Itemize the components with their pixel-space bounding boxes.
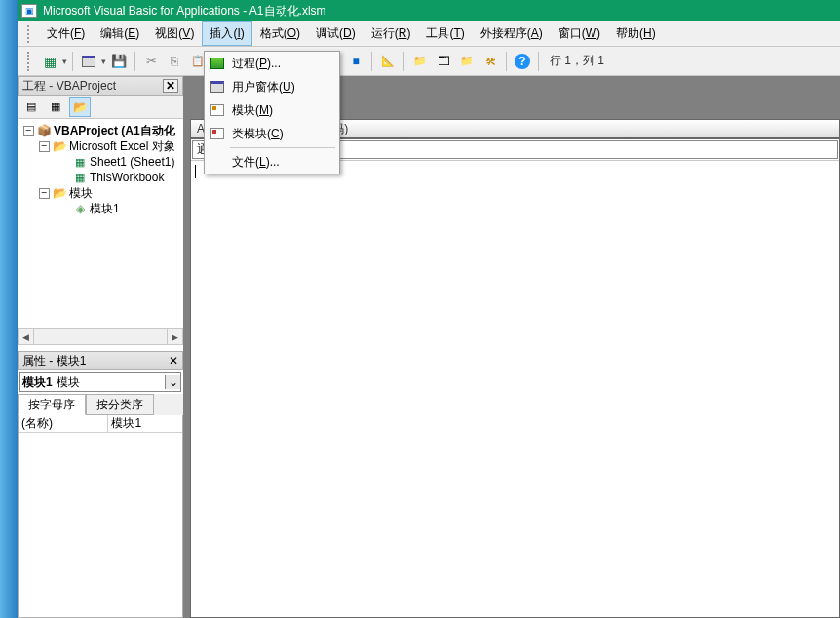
project-explorer-title: 工程 - VBAProject <box>22 78 163 95</box>
properties-grid[interactable]: (名称) 模块1 <box>18 415 183 618</box>
menu-debug[interactable]: 调试(D) <box>308 21 363 46</box>
view-object-button[interactable]: ▦ <box>45 97 66 117</box>
procedure-icon <box>209 56 226 71</box>
chevron-down-icon[interactable]: ⌄ <box>165 375 180 389</box>
left-pane: 工程 - VBAProject ✕ ▤ ▦ − VBAProject (A1自动… <box>18 76 185 618</box>
project-explorer-toolbar: ▤ ▦ <box>18 96 183 119</box>
form-icon <box>82 56 95 67</box>
file-icon <box>209 154 226 170</box>
project-tree[interactable]: − VBAProject (A1自动化 − Microsoft Excel 对象… <box>18 119 183 328</box>
properties-window-title: 属性 - 模块1 <box>22 353 169 369</box>
vba-main-window: ▣ Microsoft Visual Basic for Application… <box>18 0 840 618</box>
standard-toolbar: ▾ ▾ 🗔 行 1，列 1 <box>18 47 840 76</box>
help-icon <box>515 54 530 69</box>
menu-grip[interactable] <box>27 25 33 43</box>
cut-button[interactable] <box>140 51 162 72</box>
menu-bar: 文件(F) 编辑(E) 视图(V) 插入(I) 格式(O) 调试(D) 运行(R… <box>18 21 840 47</box>
property-value-cell[interactable]: 模块1 <box>108 415 182 433</box>
menu-help[interactable]: 帮助(H) <box>608 21 664 46</box>
tree-label: Sheet1 (Sheet1) <box>90 155 174 169</box>
menu-file[interactable]: 文件(F) <box>39 21 93 46</box>
worksheet-icon <box>72 155 88 169</box>
menu-item-userform[interactable]: 用户窗体(U) <box>205 75 339 98</box>
project-explorer-close-button[interactable]: ✕ <box>163 79 178 93</box>
project-explorer-button[interactable] <box>409 51 431 72</box>
menu-addins[interactable]: 外接程序(A) <box>473 21 551 46</box>
tree-thisworkbook[interactable]: ThisWorkbook <box>18 170 183 185</box>
dropdown-arrow-icon[interactable]: ▾ <box>62 57 67 66</box>
view-code-button[interactable]: ▤ <box>20 97 42 117</box>
tree-collapse-icon[interactable]: − <box>39 188 50 199</box>
module-icon <box>72 202 88 215</box>
object-browser-button[interactable] <box>456 51 477 72</box>
title-bar[interactable]: ▣ Microsoft Visual Basic for Application… <box>18 0 840 21</box>
code-window: 通用） <box>190 138 840 618</box>
tree-label: 模块1 <box>90 201 120 217</box>
tree-excel-objects-folder[interactable]: − Microsoft Excel 对象 <box>18 138 183 154</box>
copy-button[interactable] <box>164 51 185 72</box>
properties-tabs: 按字母序 按分类序 <box>18 394 183 415</box>
menu-edit[interactable]: 编辑(E) <box>93 21 147 46</box>
tree-sheet1[interactable]: Sheet1 (Sheet1) <box>18 154 183 170</box>
menu-separator <box>230 147 335 148</box>
project-explorer-header[interactable]: 工程 - VBAProject ✕ <box>18 76 183 96</box>
toolbox-button[interactable] <box>479 51 501 72</box>
toolbar-grip[interactable] <box>27 52 33 71</box>
properties-window-button[interactable]: 🗔 <box>433 51 454 72</box>
menu-insert[interactable]: 插入(I) <box>202 21 251 46</box>
tree-collapse-icon[interactable]: − <box>39 141 50 152</box>
tree-collapse-icon[interactable]: − <box>23 126 34 136</box>
workbook-icon <box>72 171 88 184</box>
folder-open-icon <box>52 186 67 200</box>
menu-run[interactable]: 运行(R) <box>363 21 419 46</box>
scroll-track[interactable] <box>34 328 167 345</box>
tree-label: 模块 <box>69 185 93 202</box>
properties-window-close-button[interactable]: ✕ <box>169 354 178 367</box>
menu-item-file[interactable]: 文件(L)... <box>205 150 339 174</box>
text-cursor <box>195 165 196 178</box>
menu-tools[interactable]: 工具(T) <box>418 21 472 46</box>
main-area: 工程 - VBAProject ✕ ▤ ▦ − VBAProject (A1自动… <box>18 76 840 618</box>
object-type: 模块 <box>55 374 165 391</box>
properties-window-header[interactable]: 属性 - 模块1 ✕ <box>18 351 183 370</box>
tree-module1[interactable]: 模块1 <box>18 201 183 216</box>
class-module-icon <box>209 126 226 141</box>
tree-label: ThisWorkbook <box>90 171 164 184</box>
object-name: 模块1 <box>20 374 55 391</box>
menu-item-module[interactable]: 模块(M) <box>205 98 339 122</box>
design-mode-button[interactable] <box>377 51 399 72</box>
toolbar-separator <box>72 52 73 71</box>
title-text: Microsoft Visual Basic for Applications … <box>43 3 326 19</box>
view-excel-button[interactable] <box>39 51 60 72</box>
insert-button[interactable] <box>78 51 99 72</box>
toggle-folders-button[interactable] <box>69 97 91 117</box>
scroll-left-button[interactable]: ◀ <box>18 328 34 345</box>
menu-format[interactable]: 格式(O) <box>252 21 308 46</box>
project-tree-hscrollbar[interactable]: ◀ ▶ <box>18 328 183 345</box>
property-name-cell: (名称) <box>19 415 108 433</box>
cursor-position-text: 行 1，列 1 <box>550 53 604 69</box>
toolbar-separator <box>371 52 372 71</box>
app-icon: ▣ <box>21 4 37 18</box>
folder-open-icon <box>52 139 67 153</box>
tab-alphabetic[interactable]: 按字母序 <box>18 394 86 415</box>
tab-categorized[interactable]: 按分类序 <box>86 394 154 415</box>
scroll-right-button[interactable]: ▶ <box>167 328 183 345</box>
save-button[interactable] <box>108 51 130 72</box>
module-icon <box>209 102 226 118</box>
toolbar-separator <box>538 52 539 71</box>
tree-root-vbaproject[interactable]: − VBAProject (A1自动化 <box>18 123 183 138</box>
dropdown-arrow-icon[interactable]: ▾ <box>101 57 106 66</box>
toolbar-separator <box>403 52 404 71</box>
tree-label: VBAProject (A1自动化 <box>54 123 175 139</box>
reset-button[interactable] <box>345 51 366 72</box>
menu-item-procedure[interactable]: 过程(P)... <box>205 52 339 75</box>
menu-window[interactable]: 窗口(W) <box>551 21 608 46</box>
desktop-taskbar-strip <box>0 0 18 618</box>
menu-item-class-module[interactable]: 类模块(C) <box>205 122 339 145</box>
properties-object-selector[interactable]: 模块1 模块 ⌄ <box>19 372 181 392</box>
menu-view[interactable]: 视图(V) <box>147 21 202 46</box>
help-button[interactable] <box>512 51 533 72</box>
tree-modules-folder[interactable]: − 模块 <box>18 185 183 201</box>
property-row-name[interactable]: (名称) 模块1 <box>19 415 182 433</box>
